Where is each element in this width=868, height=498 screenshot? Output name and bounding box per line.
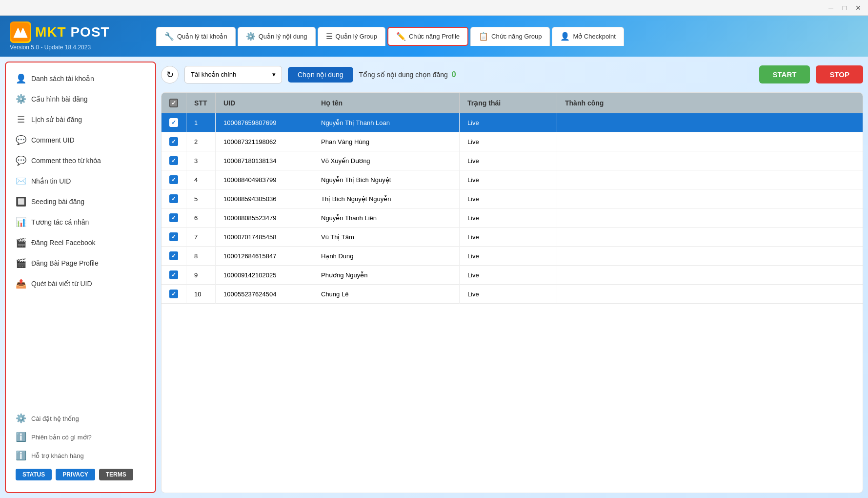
table-row[interactable]: 4 100088404983799 Nguyễn Thị Bích Nguyệt… (161, 170, 863, 189)
row-checkbox-cell (161, 266, 186, 285)
row-status: Live (460, 132, 557, 151)
row-checkbox[interactable] (169, 232, 178, 241)
row-checkbox-cell (161, 285, 186, 304)
tab-quan-ly-tai-khoan[interactable]: 🔧 Quản lý tài khoản (156, 27, 236, 46)
row-stt: 4 (186, 170, 216, 189)
table-header-row: STT UID Họ tên Trạng thái Thành công (161, 93, 863, 113)
user-circle-icon: 👤 (16, 73, 26, 84)
th-checkbox (161, 93, 186, 113)
row-name: Nguyễn Thị Bích Nguyệt (313, 170, 460, 189)
minimize-button[interactable]: ─ (825, 2, 837, 14)
table-row[interactable]: 7 100007017485458 Vũ Thị Tâm Live (161, 228, 863, 247)
row-uid: 100007017485458 (216, 228, 313, 247)
sidebar-item-danh-sach-tai-khoan[interactable]: 👤 Danh sách tài khoản (6, 68, 155, 89)
row-checkbox-cell (161, 113, 186, 132)
row-stt: 5 (186, 189, 216, 208)
sidebar-item-seeding-bai-dang[interactable]: 🔲 Seeding bài đăng (6, 191, 155, 212)
row-checkbox[interactable] (169, 194, 178, 203)
table-row[interactable]: 10 100055237624504 Chung Lê Live (161, 285, 863, 304)
row-uid: 100087321198062 (216, 132, 313, 151)
info-icon: ℹ️ (16, 432, 26, 442)
row-success (557, 266, 863, 285)
start-button[interactable]: START (759, 65, 810, 83)
row-checkbox-cell (161, 208, 186, 228)
sidebar-item-comment-theo-tu-khoa[interactable]: 💬 Comment theo từ khóa (6, 150, 155, 171)
table-row[interactable]: 8 100012684615847 Hạnh Dung Live (161, 247, 863, 266)
tab-chuc-nang-profile[interactable]: ✏️ Chức năng Profile (387, 27, 468, 46)
comment2-icon: 💬 (16, 155, 26, 166)
sidebar-item-lich-su-bai-dang[interactable]: ☰ Lịch sử bài đăng (6, 109, 155, 130)
row-name: Thị Bích Nguyệt Nguyễn (313, 189, 460, 208)
choose-content-button[interactable]: Chọn nội dung (288, 67, 353, 83)
svg-rect-0 (11, 23, 30, 42)
sidebar: 👤 Danh sách tài khoản ⚙️ Cấu hình bài đă… (5, 62, 156, 493)
sidebar-item-dang-reel-facebook[interactable]: 🎬 Đăng Reel Facebook (6, 232, 155, 253)
stop-button[interactable]: STOP (816, 65, 863, 83)
row-name: Vũ Thị Tâm (313, 228, 460, 247)
row-uid: 100088085523479 (216, 208, 313, 228)
row-checkbox[interactable] (169, 213, 178, 222)
sidebar-footer-ho-tro[interactable]: ℹ️ Hỗ trợ khách hàng (6, 446, 155, 465)
sidebar-item-tuong-tac-ca-nhan[interactable]: 📊 Tương tác cá nhân (6, 212, 155, 232)
user-icon: 👤 (560, 32, 570, 41)
table-row[interactable]: 6 100088085523479 Nguyễn Thanh Liên Live (161, 208, 863, 228)
table-row[interactable]: 1 100087659807699 Nguyễn Thị Thanh Loan … (161, 113, 863, 132)
row-checkbox-cell (161, 170, 186, 189)
row-success (557, 132, 863, 151)
close-button[interactable]: ✕ (852, 2, 864, 14)
tab-quan-ly-group[interactable]: ☰ Quản lý Group (318, 27, 385, 46)
row-stt: 7 (186, 228, 216, 247)
row-checkbox[interactable] (169, 290, 178, 298)
sidebar-item-cau-hinh-bai-dang[interactable]: ⚙️ Cấu hình bài đăng (6, 89, 155, 109)
toolbar: ↻ Tài khoản chính ▾ Chọn nội dung Tổng s… (161, 62, 863, 87)
row-uid: 100009142102025 (216, 266, 313, 285)
th-stt: STT (186, 93, 216, 113)
tab-chuc-nang-group[interactable]: 📋 Chức năng Group (470, 27, 550, 46)
terms-button[interactable]: TERMS (99, 469, 133, 480)
list-icon: ☰ (326, 32, 333, 41)
row-checkbox[interactable] (169, 137, 178, 146)
row-checkbox[interactable] (169, 156, 178, 165)
row-status: Live (460, 208, 557, 228)
row-checkbox[interactable] (169, 251, 178, 260)
sidebar-footer-phien-ban[interactable]: ℹ️ Phiên bản có gì mới? (6, 428, 155, 446)
sidebar-item-comment-uid[interactable]: 💬 Comment UID (6, 130, 155, 150)
wrench-icon: 🔧 (164, 32, 174, 41)
row-checkbox-cell (161, 132, 186, 151)
account-select[interactable]: Tài khoản chính ▾ (184, 66, 282, 83)
row-success (557, 228, 863, 247)
row-checkbox[interactable] (169, 270, 178, 279)
maximize-button[interactable]: □ (839, 2, 850, 14)
sidebar-footer: ⚙️ Cài đặt hệ thống ℹ️ Phiên bản có gì m… (6, 405, 155, 488)
row-status: Live (460, 285, 557, 304)
sidebar-footer-cai-dat[interactable]: ⚙️ Cài đặt hệ thống (6, 409, 155, 428)
row-status: Live (460, 113, 557, 132)
sidebar-item-nhan-tin-uid[interactable]: ✉️ Nhắn tin UID (6, 171, 155, 191)
main-panel: ↻ Tài khoản chính ▾ Chọn nội dung Tổng s… (161, 57, 868, 498)
row-checkbox[interactable] (169, 118, 178, 127)
logo: MKT POST (10, 21, 146, 43)
th-uid: UID (216, 93, 313, 113)
app-container: MKT POST Version 5.0 - Update 18.4.2023 … (0, 16, 868, 498)
row-name: Phan Vàng Hùng (313, 132, 460, 151)
row-success (557, 208, 863, 228)
tab-mo-checkpoint[interactable]: 👤 Mở Checkpoint (552, 27, 624, 46)
chevron-down-icon: ▾ (272, 71, 276, 78)
status-button[interactable]: STATUS (16, 469, 52, 480)
table-row[interactable]: 3 100087180138134 Võ Xuyến Dương Live (161, 151, 863, 170)
row-name: Chung Lê (313, 285, 460, 304)
table-row[interactable]: 9 100009142102025 Phương Nguyễn Live (161, 266, 863, 285)
refresh-button[interactable]: ↻ (161, 66, 179, 83)
privacy-button[interactable]: PRIVACY (56, 469, 95, 480)
select-all-checkbox[interactable] (169, 99, 178, 107)
sidebar-item-quet-bai-viet-tu-uid[interactable]: 📤 Quét bài viết từ UID (6, 273, 155, 294)
sidebar-item-dang-bai-page-profile[interactable]: 🎬 Đăng Bài Page Profile (6, 253, 155, 273)
content-count: 0 (452, 70, 456, 79)
settings-icon: ⚙️ (246, 32, 256, 41)
row-uid: 100055237624504 (216, 285, 313, 304)
table-row[interactable]: 5 100088594305036 Thị Bích Nguyệt Nguyễn… (161, 189, 863, 208)
row-checkbox[interactable] (169, 175, 178, 184)
row-uid: 100087659807699 (216, 113, 313, 132)
table-row[interactable]: 2 100087321198062 Phan Vàng Hùng Live (161, 132, 863, 151)
tab-quan-ly-noi-dung[interactable]: ⚙️ Quản lý nội dung (238, 27, 316, 46)
